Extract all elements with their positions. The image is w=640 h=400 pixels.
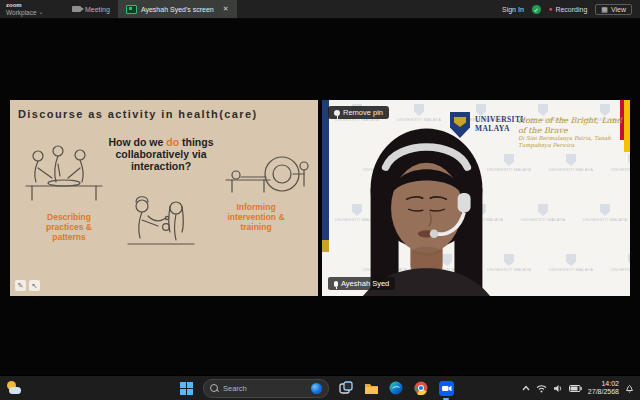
wifi-icon[interactable] — [536, 384, 547, 393]
sketch-scanner — [220, 148, 312, 204]
sketch-doctor-patient — [114, 192, 206, 254]
tab-shared-screen[interactable]: Ayeshah Syed's screen ✕ — [118, 0, 237, 18]
backdrop-navy-strip — [322, 100, 329, 240]
backdrop-gold-chip — [322, 240, 329, 252]
clock-date: 27/8/2568 — [588, 388, 619, 396]
um-crest-watermark: UNIVERSITI MALAYA — [544, 154, 598, 172]
view-button[interactable]: ▦ View — [595, 4, 632, 15]
screen-share-icon — [126, 5, 137, 14]
edge-button[interactable] — [388, 380, 404, 396]
participant-name: Ayeshah Syed — [341, 279, 389, 288]
chrome-button[interactable] — [413, 380, 429, 396]
um-crest-watermark: UNIVERSITI MALAYA — [606, 254, 630, 272]
volume-icon[interactable] — [553, 384, 563, 393]
titlebar-right-controls: Sign In ✓ ● Recording ▦ View — [502, 0, 640, 18]
tab-meeting-label: Meeting — [85, 6, 110, 13]
windows-taskbar: Search — [0, 375, 640, 400]
zoom-logo: zoom — [6, 2, 58, 9]
view-label: View — [611, 6, 626, 13]
search-icon — [210, 384, 218, 392]
remove-pin-label: Remove pin — [343, 108, 383, 117]
sign-in-button[interactable]: Sign In — [502, 6, 524, 13]
task-view-icon — [339, 381, 353, 395]
chrome-icon — [414, 381, 428, 395]
task-view-button[interactable] — [338, 380, 354, 396]
um-crest-watermark: UNIVERSITI MALAYA — [516, 204, 570, 222]
titlebar-tabs: Meeting Ayeshah Syed's screen ✕ — [64, 0, 237, 18]
file-explorer-button[interactable] — [363, 380, 379, 396]
participant-video: UNIVERSITI MALAYAUNIVERSITI MALAYAUNIVER… — [322, 100, 630, 296]
windows-logo-icon — [180, 382, 193, 395]
remove-pin-button[interactable]: Remove pin — [328, 106, 389, 119]
zoom-app-icon — [439, 381, 454, 396]
meeting-content: Discourse as activity in health(care) Ho… — [0, 18, 640, 376]
chevron-down-icon: ⌄ — [39, 9, 44, 16]
notification-bell-icon[interactable] — [625, 383, 634, 393]
recording-label: Recording — [555, 6, 587, 13]
slide-label-left: Describing practices & patterns — [36, 212, 102, 243]
view-grid-icon: ▦ — [601, 6, 608, 13]
slide-title: Discourse as activity in health(care) — [10, 100, 318, 120]
slide-question: How do we do things collaboratively via … — [100, 136, 222, 172]
search-placeholder: Search — [223, 384, 247, 393]
system-tray: 14:02 27/8/2568 — [522, 376, 634, 400]
weather-widget[interactable] — [6, 380, 22, 396]
edge-icon — [389, 381, 403, 395]
um-crest-watermark: UNIVERSITI MALAYA — [392, 104, 446, 122]
mic-capsule-icon — [430, 230, 439, 239]
backdrop-tagline: Home of the Bright, Land of the Brave Di… — [518, 116, 626, 149]
window-titlebar: zoom Workplace ⌄ Meeting Ayeshah Syed's … — [0, 0, 640, 19]
cloud-icon — [9, 387, 21, 394]
zoom-workplace-menu[interactable]: zoom Workplace ⌄ — [0, 0, 58, 18]
search-highlight-icon — [311, 383, 322, 394]
meeting-camera-icon — [72, 6, 81, 12]
shield-check-icon: ✓ — [532, 5, 541, 14]
battery-icon[interactable] — [569, 385, 582, 392]
recording-indicator: ● Recording — [549, 6, 588, 13]
um-crest-watermark: UNIVERSITI MALAYA — [544, 254, 598, 272]
recording-dot-icon: ● — [549, 6, 553, 12]
um-crest-watermark: UNIVERSITI MALAYA — [578, 204, 630, 222]
pin-icon — [334, 110, 340, 116]
um-crest-watermark: UNIVERSITI MALAYA — [606, 154, 630, 172]
shared-screen-slide: Discourse as activity in health(care) Ho… — [10, 100, 318, 296]
zoom-app-window: zoom Workplace ⌄ Meeting Ayeshah Syed's … — [0, 0, 640, 400]
tab-meeting[interactable]: Meeting — [64, 0, 118, 18]
hidden-icons-chevron[interactable] — [522, 385, 530, 391]
sketch-surgery-team — [18, 142, 110, 208]
participant-portrait — [334, 122, 519, 296]
mic-icon — [334, 281, 338, 287]
tab-shared-screen-label: Ayeshah Syed's screen — [141, 6, 214, 13]
taskbar-search[interactable]: Search — [203, 379, 329, 398]
file-explorer-icon — [364, 382, 379, 395]
headset-earcup-icon — [458, 193, 471, 212]
emphasized-do: do — [166, 136, 179, 148]
start-button[interactable] — [178, 380, 194, 396]
clock-time: 14:02 — [588, 380, 619, 388]
workplace-label: Workplace — [6, 9, 37, 16]
taskbar-center: Search — [178, 376, 454, 400]
taskbar-clock[interactable]: 14:02 27/8/2568 — [588, 380, 619, 396]
slide-label-right: Informing intervention & training — [216, 202, 296, 233]
annotation-tools: ✎ ↖ — [15, 280, 40, 291]
close-tab-icon[interactable]: ✕ — [223, 5, 229, 13]
zoom-app-button[interactable] — [438, 380, 454, 396]
annotate-pencil-icon[interactable]: ✎ — [15, 280, 26, 291]
pointer-cursor-icon[interactable]: ↖ — [29, 280, 40, 291]
participant-name-tag: Ayeshah Syed — [328, 277, 395, 290]
